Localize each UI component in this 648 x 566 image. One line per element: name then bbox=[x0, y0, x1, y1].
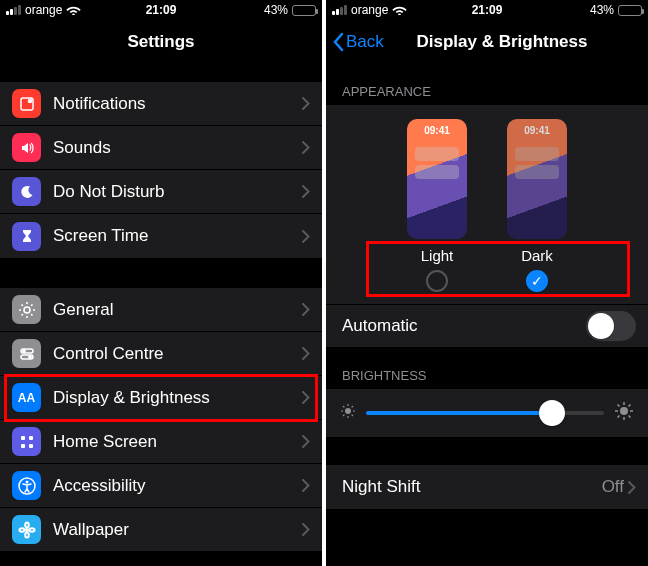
status-time: 21:09 bbox=[472, 3, 503, 17]
row-label: Notifications bbox=[53, 94, 302, 114]
page-title: Settings bbox=[127, 32, 194, 52]
appearance-dark-option[interactable]: 09:41 Dark ✓ bbox=[507, 119, 567, 292]
night-shift-label: Night Shift bbox=[342, 477, 602, 497]
svg-point-16 bbox=[19, 528, 24, 532]
status-time: 21:09 bbox=[146, 3, 177, 17]
row-label: Control Centre bbox=[53, 344, 302, 364]
signal-icon bbox=[6, 5, 21, 15]
chevron-right-icon bbox=[302, 391, 310, 404]
chevron-right-icon bbox=[302, 97, 310, 110]
page-title: Display & Brightness bbox=[417, 32, 588, 52]
navbar: Settings bbox=[0, 20, 322, 64]
svg-point-5 bbox=[22, 349, 24, 351]
chevron-right-icon bbox=[302, 347, 310, 360]
back-label: Back bbox=[346, 32, 384, 52]
sun-small-icon bbox=[340, 403, 356, 423]
section-header-appearance: APPEARANCE bbox=[326, 64, 648, 105]
carrier-label: orange bbox=[25, 3, 62, 17]
row-sounds[interactable]: Sounds bbox=[0, 126, 322, 170]
battery-icon bbox=[292, 5, 316, 16]
chevron-right-icon bbox=[302, 230, 310, 243]
chevron-right-icon bbox=[628, 481, 636, 494]
appearance-selector: 09:41 Light 09:41 Dark ✓ bbox=[326, 105, 648, 304]
row-notifications[interactable]: Notifications bbox=[0, 82, 322, 126]
navbar: Back Display & Brightness bbox=[326, 20, 648, 64]
night-shift-value: Off bbox=[602, 477, 624, 497]
hourglass-icon bbox=[12, 222, 41, 251]
dark-preview: 09:41 bbox=[507, 119, 567, 239]
svg-point-13 bbox=[25, 528, 29, 532]
status-bar: orange 21:09 43% bbox=[0, 0, 322, 20]
appearance-light-option[interactable]: 09:41 Light bbox=[407, 119, 467, 292]
svg-point-18 bbox=[345, 408, 351, 414]
sun-large-icon bbox=[614, 401, 634, 425]
row-accessibility[interactable]: Accessibility bbox=[0, 464, 322, 508]
row-screen-time[interactable]: Screen Time bbox=[0, 214, 322, 258]
row-night-shift[interactable]: Night Shift Off bbox=[326, 465, 648, 509]
row-general[interactable]: General bbox=[0, 288, 322, 332]
svg-rect-7 bbox=[21, 436, 25, 440]
svg-point-14 bbox=[25, 522, 29, 527]
battery-icon bbox=[618, 5, 642, 16]
svg-point-19 bbox=[620, 407, 628, 415]
svg-point-6 bbox=[28, 355, 30, 357]
dark-label: Dark bbox=[521, 247, 553, 264]
moon-icon bbox=[12, 177, 41, 206]
flower-icon bbox=[12, 515, 41, 544]
text-size-icon: AA bbox=[12, 383, 41, 412]
automatic-toggle[interactable] bbox=[586, 311, 636, 341]
svg-rect-10 bbox=[29, 444, 33, 448]
switches-icon bbox=[12, 339, 41, 368]
row-home-screen[interactable]: Home Screen bbox=[0, 420, 322, 464]
dark-radio[interactable]: ✓ bbox=[526, 270, 548, 292]
light-radio[interactable] bbox=[426, 270, 448, 292]
chevron-right-icon bbox=[302, 141, 310, 154]
chevron-right-icon bbox=[302, 303, 310, 316]
svg-rect-9 bbox=[21, 444, 25, 448]
brightness-slider[interactable] bbox=[366, 411, 604, 415]
row-label: Home Screen bbox=[53, 432, 302, 452]
svg-point-15 bbox=[25, 532, 29, 537]
svg-point-12 bbox=[25, 480, 28, 483]
signal-icon bbox=[332, 5, 347, 15]
svg-point-1 bbox=[27, 98, 32, 103]
gear-icon bbox=[12, 295, 41, 324]
settings-group-1: Notifications Sounds Do Not Disturb Scre… bbox=[0, 82, 322, 258]
wifi-icon bbox=[66, 3, 81, 18]
display-brightness-screen: orange 21:09 43% Back Display & Brightne… bbox=[326, 0, 648, 566]
row-wallpaper[interactable]: Wallpaper bbox=[0, 508, 322, 552]
chevron-right-icon bbox=[302, 185, 310, 198]
back-button[interactable]: Back bbox=[332, 20, 384, 64]
carrier-label: orange bbox=[351, 3, 388, 17]
svg-rect-8 bbox=[29, 436, 33, 440]
row-control-centre[interactable]: Control Centre bbox=[0, 332, 322, 376]
row-label: Display & Brightness bbox=[53, 388, 302, 408]
row-label: General bbox=[53, 300, 302, 320]
chevron-right-icon bbox=[302, 523, 310, 536]
status-bar: orange 21:09 43% bbox=[326, 0, 648, 20]
app-grid-icon bbox=[12, 427, 41, 456]
light-label: Light bbox=[421, 247, 454, 264]
row-label: Do Not Disturb bbox=[53, 182, 302, 202]
accessibility-icon bbox=[12, 471, 41, 500]
light-preview: 09:41 bbox=[407, 119, 467, 239]
settings-screen: orange 21:09 43% Settings Notifications bbox=[0, 0, 322, 566]
sounds-icon bbox=[12, 133, 41, 162]
section-header-brightness: BRIGHTNESS bbox=[326, 348, 648, 389]
notifications-icon bbox=[12, 89, 41, 118]
row-do-not-disturb[interactable]: Do Not Disturb bbox=[0, 170, 322, 214]
row-automatic[interactable]: Automatic bbox=[326, 304, 648, 348]
svg-point-17 bbox=[29, 528, 34, 532]
slider-thumb[interactable] bbox=[539, 400, 565, 426]
wifi-icon bbox=[392, 3, 407, 18]
automatic-label: Automatic bbox=[342, 316, 586, 336]
row-label: Wallpaper bbox=[53, 520, 302, 540]
row-label: Accessibility bbox=[53, 476, 302, 496]
battery-percent: 43% bbox=[264, 3, 288, 17]
chevron-right-icon bbox=[302, 435, 310, 448]
settings-group-2: General Control Centre AA Display & Brig… bbox=[0, 288, 322, 552]
chevron-right-icon bbox=[302, 479, 310, 492]
battery-percent: 43% bbox=[590, 3, 614, 17]
row-display-brightness[interactable]: AA Display & Brightness bbox=[0, 376, 322, 420]
row-label: Sounds bbox=[53, 138, 302, 158]
